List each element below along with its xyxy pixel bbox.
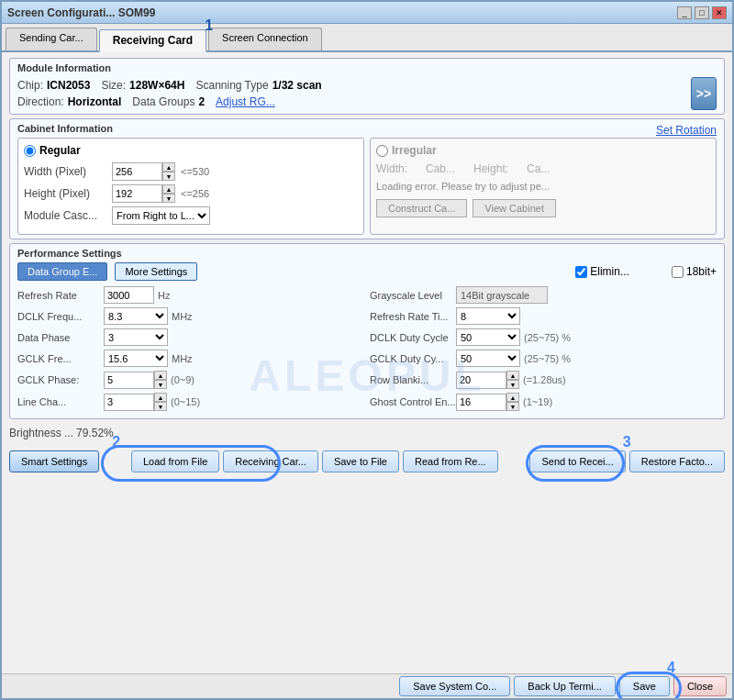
dclk-duty-row: DCLK Duty Cycle 50 (25~75) % <box>370 328 717 346</box>
height-label: Height (Pixel) <box>24 187 106 200</box>
minimize-button[interactable]: _ <box>677 6 692 19</box>
refresh-rate-ti-select[interactable]: 8 <box>456 307 520 325</box>
adjust-rg-link[interactable]: Adjust RG... <box>216 95 275 108</box>
row-blanki-spinbox[interactable]: ▲ ▼ <box>456 371 519 389</box>
ghost-control-spin-up[interactable]: ▲ <box>506 393 519 402</box>
gclk-duty-cy-note: (25~75) % <box>524 353 571 364</box>
data-phase-label: Data Phase <box>17 332 100 343</box>
ghost-control-spin-down[interactable]: ▼ <box>506 402 519 411</box>
dclk-duty-select[interactable]: 50 <box>456 328 520 346</box>
adjust-rg-item[interactable]: Adjust RG... <box>216 95 275 108</box>
gclk-fre-select[interactable]: 15.6 <box>104 350 168 367</box>
height-spin-down[interactable]: ▼ <box>162 194 175 203</box>
read-from-re-button[interactable]: Read from Re... <box>403 450 498 472</box>
line-cha-label: Line Cha... <box>17 396 100 407</box>
row-blanki-note: (=1.28us) <box>523 374 566 385</box>
grayscale-label: Grayscale Level <box>370 290 452 301</box>
cabinet-panels: Regular Width (Pixel) ▲ ▼ <=5 <box>17 138 717 235</box>
bit18-checkbox[interactable] <box>672 266 684 278</box>
irregular-radio[interactable] <box>376 145 388 157</box>
irregular-radio-label[interactable]: Irregular <box>376 144 710 157</box>
elimin-checkbox-label[interactable]: Elimin... <box>575 265 629 278</box>
line-cha-input[interactable] <box>104 394 154 411</box>
construct-ca-button[interactable]: Construct Ca... <box>376 199 467 217</box>
line-cha-spinbox[interactable]: ▲ ▼ <box>104 393 167 411</box>
chip-label: Chip: <box>17 79 43 92</box>
receiving-card-button[interactable]: Receiving Car... <box>223 450 318 472</box>
line-cha-spin-up[interactable]: ▲ <box>154 393 167 402</box>
bit18-checkbox-label[interactable]: 18bit+ <box>672 265 717 278</box>
regular-radio-label[interactable]: Regular <box>24 144 358 157</box>
maximize-button[interactable]: □ <box>695 6 709 19</box>
row-blanki-spin-down[interactable]: ▼ <box>506 380 519 389</box>
data-phase-select[interactable]: 3 <box>104 328 168 346</box>
tab-sending-card[interactable]: Sending Car... <box>6 28 97 50</box>
more-settings-button[interactable]: More Settings <box>115 262 197 281</box>
module-cascade-select[interactable]: From Right to L... <box>112 206 210 225</box>
close-footer-button[interactable]: Close <box>673 676 727 696</box>
set-rotation-link[interactable]: Set Rotation <box>656 124 717 137</box>
view-cabinet-button[interactable]: View Cabinet <box>473 199 556 217</box>
title-bar: Screen Configurati... SOM99 _ □ ✕ <box>2 2 732 24</box>
restore-facto-button[interactable]: Restore Facto... <box>629 450 725 472</box>
annotation-3: 3 <box>623 434 631 450</box>
dclk-freq-select[interactable]: 8.3 <box>104 307 168 325</box>
line-cha-row: Line Cha... ▲ ▼ (0~15) <box>17 393 364 411</box>
gclk-phase-input[interactable] <box>104 372 154 389</box>
data-group-button[interactable]: Data Group E... <box>17 262 107 281</box>
annotation-1: 1 <box>205 17 213 34</box>
load-from-file-button[interactable]: Load from File <box>131 450 219 472</box>
grayscale-display: 14Bit grayscale <box>456 286 548 304</box>
gclk-phase-note: (0~9) <box>171 374 195 385</box>
gclk-fre-unit: MHz <box>172 353 193 364</box>
performance-settings-section: Performance Settings Data Group E... Mor… <box>9 243 725 419</box>
module-cascade-row: Module Casc... From Right to L... <box>24 206 358 225</box>
width-input[interactable] <box>112 162 162 181</box>
width-spinbox[interactable]: ▲ ▼ <box>112 162 175 181</box>
line-cha-spin-down[interactable]: ▼ <box>154 402 167 411</box>
ghost-control-input[interactable] <box>456 394 506 411</box>
width-spin-down[interactable]: ▼ <box>162 172 175 181</box>
ghost-control-spinbox[interactable]: ▲ ▼ <box>456 393 519 411</box>
height-note: <=256 <box>181 188 209 199</box>
cabinet-info-title: Cabinet Information <box>17 123 113 134</box>
regular-radio[interactable] <box>24 145 36 157</box>
gclk-duty-cy-select[interactable]: 50 <box>456 350 520 367</box>
close-button[interactable]: ✕ <box>712 6 727 19</box>
save-button[interactable]: Save <box>619 676 670 696</box>
gclk-phase-spin-up[interactable]: ▲ <box>154 371 167 380</box>
arrow-forward-button[interactable]: >> <box>691 77 717 110</box>
perf-left-col: Refresh Rate Hz DCLK Frequ... 8.3 MHz <box>17 286 364 415</box>
tab-receiving-card[interactable]: Receiving Card 1 <box>99 29 206 52</box>
perf-right-col: Grayscale Level 14Bit grayscale Refresh … <box>370 286 717 415</box>
row-blanki-spin-up[interactable]: ▲ <box>506 371 519 380</box>
save-system-co-button[interactable]: Save System Co... <box>399 676 510 696</box>
smart-settings-button[interactable]: Smart Settings <box>9 450 99 472</box>
width-spin-up[interactable]: ▲ <box>162 162 175 172</box>
height-spin-up[interactable]: ▲ <box>162 184 175 194</box>
elimin-checkbox[interactable] <box>575 266 587 278</box>
performance-title: Performance Settings <box>17 248 717 259</box>
gclk-phase-spinbox[interactable]: ▲ ▼ <box>104 371 167 389</box>
cabinet-information-section: Cabinet Information Set Rotation Regular… <box>9 118 725 239</box>
line-cha-spin-buttons: ▲ ▼ <box>154 393 167 411</box>
send-to-recei-button[interactable]: Send to Recei... <box>529 450 625 472</box>
dclk-freq-label: DCLK Frequ... <box>17 311 100 322</box>
row-blanki-input[interactable] <box>456 372 506 389</box>
brightness-label: Brightness ... <box>9 427 73 439</box>
irreg-height-label: Height: <box>473 162 508 175</box>
brightness-value: 79.52% <box>76 427 114 439</box>
dclk-freq-row: DCLK Frequ... 8.3 MHz <box>17 307 364 325</box>
data-groups-value: 2 <box>198 95 205 108</box>
gclk-phase-row: GCLK Phase: ▲ ▼ (0~9) <box>17 371 364 389</box>
save-to-file-button[interactable]: Save to File <box>322 450 399 472</box>
tab-screen-connection[interactable]: Screen Connection <box>208 28 322 50</box>
gclk-phase-spin-down[interactable]: ▼ <box>154 380 167 389</box>
height-spinbox[interactable]: ▲ ▼ <box>112 184 175 203</box>
elimin-label: Elimin... <box>590 265 629 278</box>
refresh-rate-input[interactable] <box>104 286 154 304</box>
back-up-termi-button[interactable]: Back Up Termi... <box>514 676 616 696</box>
height-input[interactable] <box>112 184 162 203</box>
regular-panel: Regular Width (Pixel) ▲ ▼ <=5 <box>17 138 364 235</box>
ghost-control-label: Ghost Control En... <box>370 396 452 407</box>
